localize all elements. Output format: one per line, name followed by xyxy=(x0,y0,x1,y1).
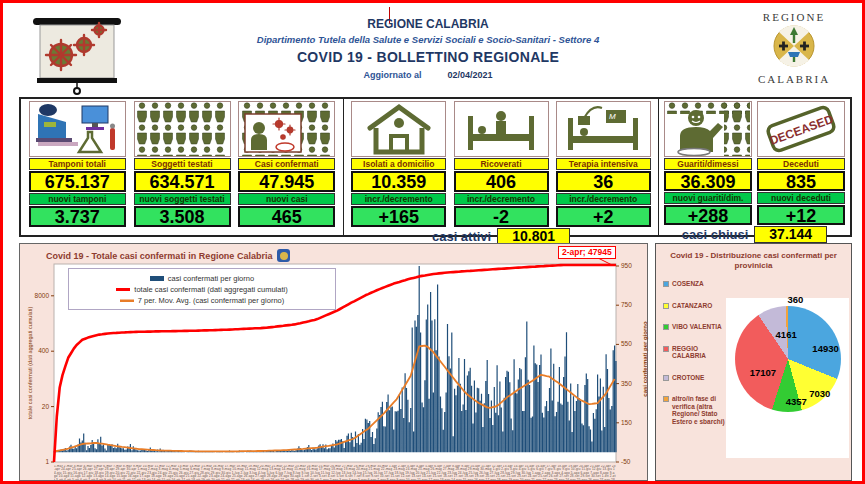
stat-subvalue: 465 xyxy=(238,206,335,227)
calabria-emblem-icon xyxy=(771,23,817,69)
stat-card-deceduti: DECEASED Deceduti 835 nuovi deceduti +12 xyxy=(757,101,845,226)
stat-label: Deceduti xyxy=(757,158,845,170)
casi-chiusi-value: 37.144 xyxy=(754,226,827,243)
calabria-mini-logo-icon xyxy=(277,249,290,262)
cosenza-swatch-icon xyxy=(663,281,669,287)
casi-attivi-label: casi attivi xyxy=(432,229,491,244)
pie-plot-area: 1493070304357171074161360 xyxy=(726,298,849,458)
deceased-stamp-icon: DECEASED xyxy=(757,101,845,157)
legend-item-catanzaro: CATANZARO xyxy=(663,302,729,310)
daily-cases-chart-panel: 8000400201950750550350150-50 Covid 19 - … xyxy=(19,243,648,481)
stat-label: Soggetti testati xyxy=(134,158,231,170)
stat-card-guariti: Guariti/dimessi 36.309 nuovi guariti/dim… xyxy=(664,101,752,226)
stat-card-terapia: M Terapia intensiva 36 incr./decremento … xyxy=(556,101,651,228)
stat-sublabel: nuovi guariti/dim. xyxy=(664,192,752,204)
pie-value-label: 7030 xyxy=(809,387,830,398)
stat-label: Isolati a domicilio xyxy=(351,158,446,170)
stat-subvalue: +12 xyxy=(757,205,845,225)
stat-value: 10.359 xyxy=(351,171,446,192)
stat-value: 36 xyxy=(556,171,651,192)
stat-sublabel: incr./decremento xyxy=(351,193,446,205)
legend-label: totale casi confermati (dati aggregati c… xyxy=(134,285,287,294)
pie-value-label: 17107 xyxy=(750,366,776,377)
stat-sublabel: nuovi soggetti testati xyxy=(134,193,231,205)
stat-value: 47.945 xyxy=(238,171,335,192)
casi-chiusi-row: casi chiusi 37.144 xyxy=(659,226,850,243)
pie-value-label: 360 xyxy=(787,294,803,305)
stat-sublabel: incr./decremento xyxy=(556,193,651,205)
svg-text:750: 750 xyxy=(621,301,632,308)
header-region: REGIONE CALABRIA xyxy=(208,17,648,31)
legend-label: casi confermati per giorno xyxy=(168,274,254,283)
updated-date: 02/04/2021 xyxy=(447,70,492,80)
stat-subvalue: +165 xyxy=(351,206,446,227)
svg-text:150: 150 xyxy=(621,419,632,426)
stat-card-isolati: Isolati a domicilio 10.359 incr./decreme… xyxy=(351,101,446,228)
reggio-swatch-icon xyxy=(663,346,669,352)
stat-card-ricoverati: Ricoverati 406 incr./decremento -2 xyxy=(454,101,549,228)
stats-group-testing: Tamponi totali 675.137 nuovi tamponi 3.7… xyxy=(21,99,343,235)
casi-attivi-value: 10.801 xyxy=(497,228,570,245)
stat-sublabel: incr./decremento xyxy=(454,193,549,205)
last-point-annotation: 2-apr; 47945 xyxy=(558,246,616,259)
pie-value-label: 4357 xyxy=(786,396,807,407)
pie-title: Covid 19 - Distribuzione casi confermati… xyxy=(656,251,851,271)
province-pie-chart: 1493070304357171074161360 xyxy=(735,306,841,412)
cumulative-legend-icon xyxy=(116,286,130,293)
stat-subvalue: 3.508 xyxy=(134,206,231,227)
altro-swatch-icon xyxy=(663,396,669,402)
page-title: COVID 19 - BOLLETTINO REGIONALE xyxy=(208,49,648,65)
stat-card-tamponi: Tamponi totali 675.137 nuovi tamponi 3.7… xyxy=(29,101,126,228)
bars-legend-icon xyxy=(150,275,164,282)
stat-value: 634.571 xyxy=(134,171,231,192)
projector-virus-icon xyxy=(31,15,127,95)
stat-label: Terapia intensiva xyxy=(556,158,651,170)
province-pie-panel: Covid 19 - Distribuzione casi confermati… xyxy=(655,243,852,481)
stat-subvalue: +288 xyxy=(664,205,752,225)
bulletin-page: REGIONE CALABRIA Dipartimento Tutela del… xyxy=(0,0,865,484)
stat-value: 406 xyxy=(454,171,549,192)
stat-subvalue: +2 xyxy=(556,206,651,227)
stat-sublabel: nuovi deceduti xyxy=(757,192,845,204)
stats-group-closed: Guariti/dimessi 36.309 nuovi guariti/dim… xyxy=(659,99,850,235)
stat-sublabel: nuovi casi xyxy=(238,193,335,205)
updated-label: Aggiornato al xyxy=(363,70,421,80)
stat-card-confermati: Casi confermati 47.945 nuovi casi 465 xyxy=(238,101,335,228)
svg-text:-50: -50 xyxy=(621,458,631,465)
chart-title-row: Covid 19 - Totale casi confermati in Reg… xyxy=(46,249,290,262)
stat-label: Ricoverati xyxy=(454,158,549,170)
legend-label: 7 per. Mov. Avg. (casi confermati per gi… xyxy=(138,296,284,305)
infected-person-icon xyxy=(238,101,335,157)
x-axis-date-labels: 1-mar 2-mar 3-mar 4-mar 5-mar 6-mar 7-ma… xyxy=(54,465,616,480)
legend-item-altro: altro/in fase di verifica (altra Regione… xyxy=(663,395,729,425)
stat-label: Casi confermati xyxy=(238,158,335,170)
logo-text-top: REGIONE xyxy=(744,11,844,23)
svg-text:400: 400 xyxy=(38,347,49,354)
legend-item-vibo: VIBO VALENTIA xyxy=(663,323,729,331)
stats-board: Tamponi totali 675.137 nuovi tamponi 3.7… xyxy=(19,97,852,237)
stat-value: 36.309 xyxy=(664,171,752,191)
stat-card-soggetti: Soggetti testati 634.571 nuovi soggetti … xyxy=(134,101,231,228)
right-axis-title: casi confermati per giorno xyxy=(642,279,648,439)
header: REGIONE CALABRIA Dipartimento Tutela del… xyxy=(3,7,862,93)
vibo-swatch-icon xyxy=(663,324,669,330)
pie-value-label: 4161 xyxy=(776,329,797,340)
crotone-swatch-icon xyxy=(663,375,669,381)
left-axis-title: totale casi confermati (dati aggregati c… xyxy=(27,283,33,443)
updated-line: Aggiornato al02/04/2021 xyxy=(208,70,648,80)
header-department: Dipartimento Tutela della Salute e Servi… xyxy=(208,34,648,45)
svg-text:20: 20 xyxy=(42,403,50,410)
hospital-bed-icon xyxy=(454,101,549,157)
logo-text-bottom: CALABRIA xyxy=(744,73,844,85)
svg-text:350: 350 xyxy=(621,380,632,387)
svg-text:550: 550 xyxy=(621,340,632,347)
people-grid-icon xyxy=(134,101,231,157)
catanzaro-swatch-icon xyxy=(663,303,669,309)
lab-icon xyxy=(29,101,126,157)
recovered-person-icon xyxy=(664,101,752,157)
svg-text:1: 1 xyxy=(45,458,49,465)
pie-legend: COSENZA CATANZARO VIBO VALENTIA REGGIO C… xyxy=(663,280,729,425)
movavg-legend-icon xyxy=(120,297,134,304)
svg-text:8000: 8000 xyxy=(35,292,50,299)
stat-label: Tamponi totali xyxy=(29,158,126,170)
